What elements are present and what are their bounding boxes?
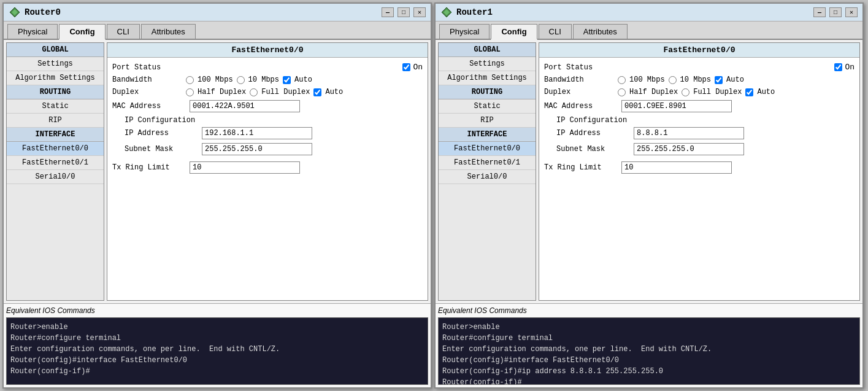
router1-ip-config-header: IP Configuration [544,116,855,125]
router0-sidebar-static[interactable]: Static [7,99,104,114]
router1-mac-input[interactable] [621,100,732,112]
router0-sidebar-routing[interactable]: ROUTING [7,85,104,99]
router1-sidebar-settings[interactable]: Settings [439,57,536,71]
router1-port-status-on: On [845,63,855,72]
router0-tab-cli[interactable]: CLI [107,24,140,39]
router0-sidebar: GLOBAL Settings Algorithm Settings ROUTI… [6,42,104,301]
router1-mac-row: MAC Address [544,100,855,112]
router0-title-left: Router0 [9,6,61,18]
router0-bandwidth-100-radio[interactable] [186,76,194,84]
router0-port-status-checkbox[interactable] [402,63,410,71]
router1-bandwidth-100-radio[interactable] [618,76,626,84]
router1-bandwidth-row: Bandwidth 100 Mbps 10 Mbps Auto [544,75,855,84]
router1-subnet-input[interactable] [634,143,744,155]
router0-bandwidth-10-radio[interactable] [237,76,245,84]
router1-sidebar-algorithm[interactable]: Algorithm Settings [439,71,536,85]
router1-duplex-full-radio[interactable] [682,88,689,96]
router0-tab-attributes[interactable]: Attributes [141,24,196,39]
router1-sidebar-interface[interactable]: INTERFACE [439,128,536,142]
router1-right-panel: FastEthernet0/0 Port Status On Bandwidth… [539,42,860,301]
router0-restore-btn[interactable]: □ [398,7,410,17]
router0-duplex-half-radio[interactable] [186,88,194,96]
router1-sidebar-scroll[interactable]: GLOBAL Settings Algorithm Settings ROUTI… [439,43,536,300]
router1-ios-line-2: Enter configuration commands, one per li… [442,344,856,355]
router0-duplex-auto-checkbox[interactable] [313,88,321,96]
router0-ip-label: IP Address [125,129,198,137]
router0-bandwidth-10-label: 10 Mbps [248,75,279,84]
router0-tab-config[interactable]: Config [59,24,105,40]
router1-tx-input[interactable] [621,161,732,174]
router0-sidebar-interface[interactable]: INTERFACE [7,128,104,142]
router0-tab-physical[interactable]: Physical [7,24,58,39]
router0-ip-input[interactable] [202,127,312,139]
router0-sidebar-fe00[interactable]: FastEthernet0/0 [7,142,104,156]
router0-sidebar-rip[interactable]: RIP [7,114,104,128]
router1-duplex-half-radio[interactable] [618,88,626,96]
router0-window: Router0 — □ ✕ Physical Config CLI Attrib… [2,2,432,389]
router1-titlebar: Router1 — □ ✕ [436,4,862,21]
router0-titlebar: Router0 — □ ✕ [4,4,431,21]
router1-ios-line-5: Router(config-if)# [442,377,856,385]
router1-ip-input[interactable] [634,127,744,139]
router0-sidebar-global[interactable]: GLOBAL [7,43,104,57]
router1-bandwidth-10-label: 10 Mbps [680,75,711,84]
router1-duplex-auto-checkbox[interactable] [745,88,753,96]
router1-sidebar-rip[interactable]: RIP [439,114,536,128]
router1-tab-bar: Physical Config CLI Attributes [436,21,862,40]
router1-restore-btn[interactable]: □ [829,7,842,17]
router0-sidebar-algorithm[interactable]: Algorithm Settings [7,71,104,85]
router0-tx-input[interactable] [190,161,300,174]
router0-sidebar-settings[interactable]: Settings [7,57,104,71]
router1-bandwidth-10-radio[interactable] [669,76,677,84]
router0-bandwidth-auto-checkbox[interactable] [283,76,291,84]
router0-port-status-label: Port Status [112,63,186,72]
router1-duplex-full-label: Full Duplex [693,88,742,96]
router0-mac-row: MAC Address [112,100,423,112]
router1-sidebar-fe00[interactable]: FastEthernet0/0 [439,142,536,156]
router1-duplex-label: Duplex [544,88,618,96]
router1-bandwidth-options: 100 Mbps 10 Mbps Auto [618,75,744,84]
router0-right-panel: FastEthernet0/0 Port Status On Bandwidth… [107,42,428,301]
router0-close-btn[interactable]: ✕ [413,7,426,17]
router0-main-content: GLOBAL Settings Algorithm Settings ROUTI… [4,40,431,303]
router0-ios-box[interactable]: Router>enable Router#configure terminal … [6,317,428,385]
router0-sidebar-serial00[interactable]: Serial0/0 [7,170,104,184]
router0-mac-input[interactable] [190,100,300,112]
router0-tx-row: Tx Ring Limit [112,161,423,174]
router0-window-controls: — □ ✕ [382,7,426,17]
router1-sidebar-static[interactable]: Static [439,99,536,114]
router1-close-btn[interactable]: ✕ [845,7,858,17]
router0-duplex-label: Duplex [112,88,186,96]
router0-duplex-half-label: Half Duplex [198,88,246,96]
router1-sidebar-routing[interactable]: ROUTING [439,85,536,99]
router1-sidebar-global[interactable]: GLOBAL [439,43,536,57]
router0-ios-line-2: Enter configuration commands, one per li… [10,344,424,355]
router1-tab-cli[interactable]: CLI [539,24,572,39]
router1-port-status-checkbox[interactable] [834,63,842,71]
router1-tab-attributes[interactable]: Attributes [573,24,628,39]
router0-ip-row: IP Address [112,127,423,139]
router1-sidebar-serial00[interactable]: Serial0/0 [439,170,536,184]
router1-ios-line-4: Router(config-if)#ip address 8.8.8.1 255… [442,366,856,377]
router1-tab-physical[interactable]: Physical [439,24,490,39]
router0-panel-title: FastEthernet0/0 [107,43,428,58]
router0-subnet-input[interactable] [202,143,312,155]
router0-panel-body: Port Status On Bandwidth 100 Mbps 10 Mbp… [107,58,428,300]
router0-ios-line-1: Router#configure terminal [10,333,424,344]
router0-minimize-btn[interactable]: — [382,7,394,17]
router0-sidebar-scroll[interactable]: GLOBAL Settings Algorithm Settings ROUTI… [7,43,104,300]
router1-duplex-row: Duplex Half Duplex Full Duplex Auto [544,88,855,96]
router0-port-status-on: On [413,63,423,72]
router0-duplex-full-radio[interactable] [250,88,258,96]
router1-ios-box[interactable]: Router>enable Router#configure terminal … [438,317,860,385]
router0-bandwidth-options: 100 Mbps 10 Mbps Auto [186,75,312,84]
router1-duplex-auto-label: Auto [757,88,775,96]
router0-bandwidth-100-label: 100 Mbps [198,75,233,84]
router0-tx-label: Tx Ring Limit [112,163,186,172]
router1-bandwidth-auto-checkbox[interactable] [715,76,723,84]
router1-sidebar-fe01[interactable]: FastEthernet0/1 [439,156,536,170]
router1-port-status-right: On [834,63,855,72]
router1-minimize-btn[interactable]: — [813,7,826,17]
router1-tab-config[interactable]: Config [491,24,537,40]
router0-sidebar-fe01[interactable]: FastEthernet0/1 [7,156,104,170]
